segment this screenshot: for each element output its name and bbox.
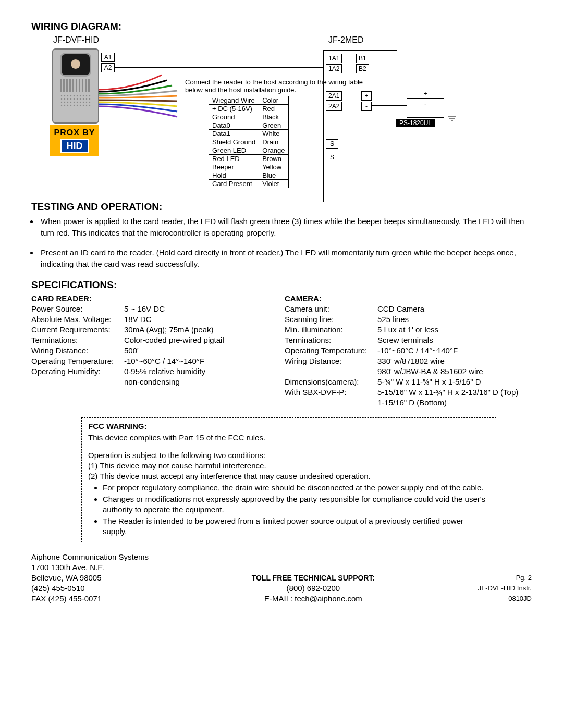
spec-val: 500' xyxy=(124,346,278,356)
wiegand-h1: Wiegand Wire xyxy=(209,96,259,105)
fcc-bullet: Changes or modifications not expressly a… xyxy=(103,494,489,515)
spec-val: non-condensing xyxy=(124,377,278,387)
spec-val: CCD Camera xyxy=(377,304,532,314)
spec-key: Wiring Distance: xyxy=(285,356,377,366)
spec-val: 5-¾" W x 11-⅝" H x 1-5/16" D xyxy=(377,377,532,387)
hid-bottom: HID xyxy=(60,139,89,153)
fcc-line: Operation is subject to the following tw… xyxy=(88,450,489,461)
spec-key: Min. illumination: xyxy=(285,325,377,335)
pin-2a1: 2A1 xyxy=(326,91,342,101)
spec-key: Current Requirements: xyxy=(31,325,124,335)
spec-key: Terminations: xyxy=(31,335,124,346)
testing-item: When power is applied to the card reader… xyxy=(39,216,532,239)
spec-val: 5-15/16" W x 11-¾" H x 2-13/16" D (Top) xyxy=(377,387,532,398)
pin-s1: S xyxy=(326,139,338,149)
heading-specs: SPECIFICATIONS: xyxy=(31,279,532,291)
spec-key xyxy=(31,377,124,387)
pin-b1: B1 xyxy=(356,54,369,63)
label-right-device: JF-2MED xyxy=(328,35,364,45)
spec-key: Absolute Max. Voltage: xyxy=(31,314,124,325)
spec-key: Scanning line: xyxy=(285,314,377,325)
wiegand-table: Wiegand WireColor + DC (5-16V)Red Ground… xyxy=(209,96,289,188)
spec-val: 18V DC xyxy=(124,314,278,325)
spec-val: 330' w/871802 wire xyxy=(377,356,532,366)
spec-key xyxy=(285,398,377,408)
spec-val: Color-coded pre-wired pigtail xyxy=(124,335,278,346)
footer-address: Aiphone Communication Systems 1700 130th… xyxy=(31,552,149,604)
hid-badge-icon: PROX BY HID xyxy=(50,125,99,156)
ground-icon xyxy=(448,112,463,127)
spec-key: Camera unit: xyxy=(285,304,377,314)
pin-plus: + xyxy=(361,91,372,101)
spec-val: Screw terminals xyxy=(377,335,532,346)
page-footer: Aiphone Communication Systems 1700 130th… xyxy=(31,552,532,604)
spec-val: 0-95% relative humidity xyxy=(124,366,278,377)
label-left-device: JF-DVF-HID xyxy=(53,35,99,45)
pin-b2: B2 xyxy=(356,64,369,73)
hid-top: PROX BY xyxy=(54,128,95,138)
heading-testing: TESTING AND OPERATION: xyxy=(31,201,532,213)
fcc-title: FCC WARNING: xyxy=(88,421,489,431)
pin-1a1: 1A1 xyxy=(326,54,342,63)
footer-meta: Pg. 2 JF-DVF-HID Instr. 0810JD xyxy=(478,573,532,604)
fcc-cond: (2) This device must accept any interfer… xyxy=(88,471,489,482)
ps-label: PS-1820UL xyxy=(396,119,435,127)
fcc-bullet: The Reader is intended to be powered fro… xyxy=(103,516,489,537)
pin-2a2: 2A2 xyxy=(326,102,342,111)
spec-key: Power Source: xyxy=(31,304,124,314)
door-station-icon xyxy=(52,48,99,124)
testing-item: Present an ID card to the reader. (Hold … xyxy=(39,247,532,270)
spec-val: 1-15/16" D (Bottom) xyxy=(377,398,532,408)
spec-key: Operating Temperature: xyxy=(285,346,377,356)
fcc-line: This device complies with Part 15 of the… xyxy=(88,433,489,443)
fcc-bullet: For proper regulatory compliance, the dr… xyxy=(103,483,489,493)
spec-key: Dimensions(camera): xyxy=(285,377,377,387)
spec-val: -10°~60°C / 14°~140°F xyxy=(377,346,532,356)
spec-card-reader: CARD READER: Power Source:5 ~ 16V DCAbso… xyxy=(31,294,278,408)
spec-key: Terminations: xyxy=(285,335,377,346)
spec-val: 525 lines xyxy=(377,314,532,325)
fcc-cond: (1) This device may not cause harmful in… xyxy=(88,461,489,471)
spec-camera: CAMERA: Camera unit:CCD CameraScanning l… xyxy=(285,294,532,408)
testing-list: When power is applied to the card reader… xyxy=(39,216,532,270)
fcc-warning: FCC WARNING: This device complies with P… xyxy=(81,417,496,542)
spec-key: Operating Humidity: xyxy=(31,366,124,377)
camera-title: CAMERA: xyxy=(285,294,532,303)
terminal-a1: A1 xyxy=(101,53,115,62)
terminal-a2: A2 xyxy=(101,63,115,72)
pin-1a2: 1A2 xyxy=(326,64,342,73)
heading-wiring: WIRING DIAGRAM: xyxy=(31,21,532,32)
jf-2med-block: 1A1 1A2 B1 B2 2A1 2A2 + - S S xyxy=(323,50,397,202)
footer-support: TOLL FREE TECHNICAL SUPPORT: (800) 692-0… xyxy=(252,573,375,604)
wiring-diagram: JF-DVF-HID JF-2MED PROX BY HID A1 A2 xyxy=(31,35,500,192)
card-reader-title: CARD READER: xyxy=(31,294,278,303)
spec-key: Wiring Distance: xyxy=(31,346,124,356)
spec-val: 30mA (Avg); 75mA (peak) xyxy=(124,325,278,335)
spec-key: Operating Temperature: xyxy=(31,356,124,366)
spec-key: With SBX-DVF-P: xyxy=(285,387,377,398)
spec-val: 5 Lux at 1' or less xyxy=(377,325,532,335)
spec-val: -10°~60°C / 14°~140°F xyxy=(124,356,278,366)
spec-val: 5 ~ 16V DC xyxy=(124,304,278,314)
spec-key xyxy=(285,366,377,377)
spec-val: 980' w/JBW-BA & 851602 wire xyxy=(377,366,532,377)
wiegand-h2: Color xyxy=(259,96,288,105)
wire-fan-icon xyxy=(99,90,203,154)
power-supply-box: + - xyxy=(407,89,444,118)
pin-minus: - xyxy=(361,102,372,111)
pin-s2: S xyxy=(326,153,338,162)
